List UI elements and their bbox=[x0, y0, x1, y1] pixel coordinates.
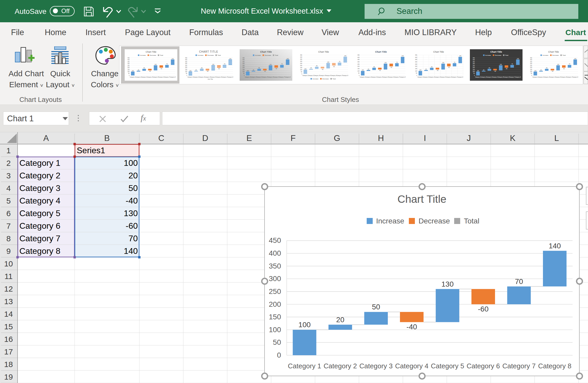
svg-text:D: D bbox=[202, 133, 208, 143]
svg-text:140: 140 bbox=[124, 246, 138, 256]
svg-text:Category 4: Category 4 bbox=[147, 76, 153, 78]
svg-text:100: 100 bbox=[472, 71, 475, 72]
svg-text:200: 200 bbox=[185, 67, 187, 68]
svg-text:150: 150 bbox=[358, 68, 360, 69]
svg-text:0: 0 bbox=[129, 75, 130, 76]
svg-text:50: 50 bbox=[358, 73, 360, 74]
svg-text:350: 350 bbox=[185, 61, 187, 63]
svg-text:0: 0 bbox=[416, 75, 417, 76]
svg-text:5: 5 bbox=[6, 196, 11, 205]
svg-text:Category 6: Category 6 bbox=[561, 76, 567, 78]
svg-text:200: 200 bbox=[243, 67, 245, 68]
svg-text:130: 130 bbox=[270, 64, 272, 65]
svg-text:70: 70 bbox=[166, 63, 168, 65]
svg-text:Category 6: Category 6 bbox=[466, 362, 500, 370]
svg-text:Total: Total bbox=[160, 54, 163, 56]
svg-text:150: 150 bbox=[269, 313, 281, 321]
svg-text:8: 8 bbox=[6, 234, 11, 243]
svg-text:130: 130 bbox=[154, 64, 156, 65]
svg-text:B: B bbox=[104, 133, 110, 143]
svg-text:Decrease: Decrease bbox=[495, 54, 501, 56]
svg-text:20: 20 bbox=[195, 69, 197, 71]
svg-text:Category 4: Category 4 bbox=[435, 76, 441, 78]
svg-text:Category 1: Category 1 bbox=[187, 76, 193, 78]
svg-text:Category 2: Category 2 bbox=[481, 76, 487, 78]
svg-text:450: 450 bbox=[300, 54, 302, 56]
svg-text:Category 4: Category 4 bbox=[377, 76, 383, 78]
svg-text:15: 15 bbox=[4, 322, 13, 331]
svg-text:4: 4 bbox=[6, 184, 11, 193]
svg-text:200: 200 bbox=[269, 300, 281, 308]
svg-text:Category 1: Category 1 bbox=[245, 76, 251, 78]
svg-text:50: 50 bbox=[273, 338, 281, 346]
svg-text:50: 50 bbox=[143, 67, 145, 69]
svg-text:70: 70 bbox=[515, 277, 523, 286]
svg-text:-40: -40 bbox=[321, 69, 323, 70]
svg-text:Category 8: Category 8 bbox=[400, 76, 406, 78]
svg-text:Chart Title: Chart Title bbox=[318, 51, 329, 53]
svg-text:Category 6: Category 6 bbox=[503, 76, 509, 78]
svg-text:250: 250 bbox=[185, 65, 187, 67]
svg-text:Total: Total bbox=[505, 54, 508, 56]
svg-text:-40: -40 bbox=[379, 70, 381, 71]
svg-text:0: 0 bbox=[244, 75, 245, 76]
svg-text:Category 5: Category 5 bbox=[440, 76, 446, 78]
svg-text:Category 8: Category 8 bbox=[342, 75, 348, 76]
svg-text:150: 150 bbox=[127, 69, 129, 70]
svg-text:50: 50 bbox=[201, 67, 202, 69]
svg-text:Chart Title: Chart Title bbox=[433, 51, 444, 53]
svg-text:400: 400 bbox=[530, 59, 532, 61]
svg-text:-60: -60 bbox=[275, 68, 277, 69]
svg-text:Category 7: Category 7 bbox=[164, 76, 170, 78]
svg-text:250: 250 bbox=[127, 65, 129, 67]
svg-text:130: 130 bbox=[212, 64, 214, 65]
svg-text:F: F bbox=[290, 133, 296, 143]
svg-text:2: 2 bbox=[6, 159, 11, 167]
svg-text:Category 7: Category 7 bbox=[452, 76, 458, 78]
svg-text:450: 450 bbox=[127, 57, 129, 59]
svg-text:Category 7: Category 7 bbox=[222, 76, 228, 78]
svg-text:Series1: Series1 bbox=[77, 146, 105, 155]
svg-text:Category 2: Category 2 bbox=[366, 76, 372, 78]
svg-text:Category 3: Category 3 bbox=[314, 75, 320, 76]
svg-text:-60: -60 bbox=[333, 66, 335, 67]
svg-text:350: 350 bbox=[415, 59, 417, 60]
svg-text:20: 20 bbox=[253, 69, 254, 71]
svg-text:100: 100 bbox=[530, 71, 532, 72]
svg-text:3: 3 bbox=[6, 171, 11, 180]
svg-text:300: 300 bbox=[185, 63, 187, 64]
svg-text:400: 400 bbox=[358, 57, 360, 58]
svg-text:100: 100 bbox=[534, 70, 536, 72]
svg-text:A: A bbox=[43, 133, 49, 143]
svg-text:Category 6: Category 6 bbox=[388, 76, 394, 78]
svg-text:Category 7: Category 7 bbox=[394, 76, 400, 78]
svg-text:130: 130 bbox=[124, 209, 138, 218]
svg-text:100: 100 bbox=[189, 70, 191, 72]
svg-text:250: 250 bbox=[269, 287, 281, 296]
svg-text:450: 450 bbox=[472, 57, 475, 59]
svg-text:70: 70 bbox=[569, 63, 570, 65]
svg-text:Category 4: Category 4 bbox=[492, 76, 498, 78]
svg-text:400: 400 bbox=[472, 59, 475, 61]
svg-text:50: 50 bbox=[186, 73, 187, 74]
svg-text:Category 8: Category 8 bbox=[457, 76, 463, 78]
svg-text:130: 130 bbox=[327, 62, 329, 63]
svg-text:0: 0 bbox=[301, 73, 302, 75]
svg-text:-60: -60 bbox=[391, 67, 392, 68]
svg-text:-40: -40 bbox=[494, 71, 496, 72]
svg-text:Category 5: Category 5 bbox=[19, 209, 61, 218]
svg-text:Chart Title: Chart Title bbox=[490, 51, 502, 53]
svg-text:Decrease: Decrease bbox=[265, 54, 271, 56]
svg-text:100: 100 bbox=[124, 158, 138, 168]
svg-text:-40: -40 bbox=[406, 323, 417, 331]
svg-text:Category 5: Category 5 bbox=[268, 76, 274, 78]
svg-text:350: 350 bbox=[269, 262, 281, 270]
svg-text:-40: -40 bbox=[264, 71, 266, 72]
svg-text:20: 20 bbox=[483, 69, 485, 71]
svg-text:Category 8: Category 8 bbox=[169, 76, 175, 78]
svg-text:6: 6 bbox=[6, 209, 11, 218]
svg-text:Decrease: Decrease bbox=[150, 54, 156, 56]
svg-text:-60: -60 bbox=[160, 68, 162, 69]
svg-text:130: 130 bbox=[384, 62, 387, 63]
svg-text:350: 350 bbox=[127, 61, 129, 63]
